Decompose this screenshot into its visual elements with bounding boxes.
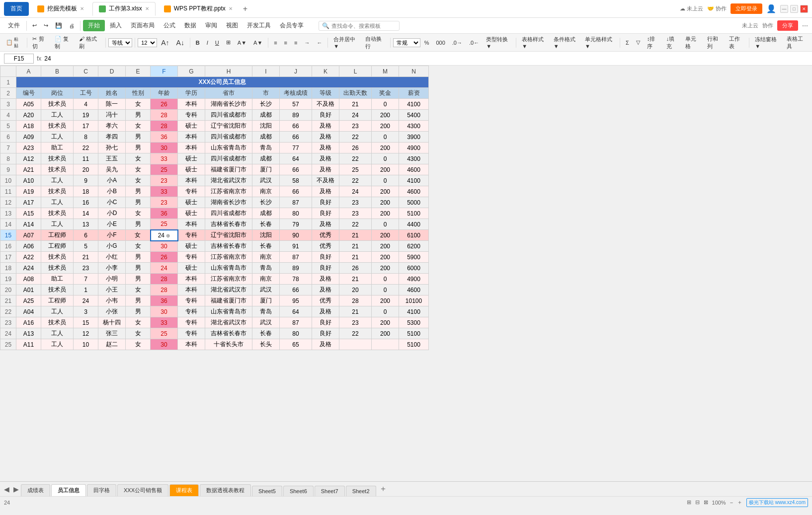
cell-c-22[interactable]: 3 bbox=[74, 306, 98, 317]
cell-n-25[interactable]: 5100 bbox=[399, 339, 429, 350]
freeze-btn[interactable]: 冻结窗格▼ bbox=[752, 35, 782, 50]
cell-g-7[interactable]: 本科 bbox=[178, 143, 205, 153]
cell-g-14[interactable]: 本科 bbox=[178, 219, 205, 230]
cell-e-22[interactable]: 男 bbox=[126, 306, 151, 317]
cell-f-3[interactable]: 26 bbox=[151, 99, 178, 110]
cell-h-22[interactable]: 山东省青岛市 bbox=[205, 306, 252, 317]
cell-a-17[interactable]: A22 bbox=[16, 252, 41, 263]
tab-ppt-close[interactable]: ✕ bbox=[229, 6, 233, 11]
cell-b-25[interactable]: 工人 bbox=[41, 339, 74, 350]
cell-i-19[interactable]: 南京 bbox=[252, 274, 280, 285]
cell-h-24[interactable]: 吉林省长春市 bbox=[205, 328, 252, 339]
cell-n-23[interactable]: 5300 bbox=[399, 317, 429, 328]
cell-g-18[interactable]: 硕士 bbox=[178, 263, 205, 274]
cut-btn[interactable]: ✂ 剪切 bbox=[29, 34, 51, 51]
cell-a-11[interactable]: A19 bbox=[16, 186, 41, 197]
cell-g-4[interactable]: 专科 bbox=[178, 110, 205, 121]
cell-i-25[interactable]: 长头 bbox=[252, 339, 280, 350]
sheet-tab-课程表[interactable]: 课程表 bbox=[169, 484, 199, 496]
cell-e-3[interactable]: 女 bbox=[126, 99, 151, 110]
cell-a-18[interactable]: A24 bbox=[16, 263, 41, 274]
header-m[interactable]: 奖金 bbox=[372, 88, 399, 99]
decimal-more-btn[interactable]: .0→ bbox=[449, 39, 465, 47]
align-right-btn[interactable]: ≡ bbox=[291, 39, 300, 47]
header-a[interactable]: 编号 bbox=[16, 88, 41, 99]
font-select[interactable]: 等线 bbox=[108, 38, 132, 47]
cell-h-13[interactable]: 四川省成都市 bbox=[205, 208, 252, 219]
cell-b-7[interactable]: 助工 bbox=[41, 143, 74, 153]
cell-d-10[interactable]: 小A bbox=[98, 175, 126, 186]
cell-d-14[interactable]: 小E bbox=[98, 219, 126, 230]
cell-j-23[interactable]: 87 bbox=[280, 317, 312, 328]
cell-h-11[interactable]: 江苏省南京市 bbox=[205, 186, 252, 197]
col-c-header[interactable]: C bbox=[74, 66, 98, 77]
cell-e-11[interactable]: 男 bbox=[126, 186, 151, 197]
cell-l-10[interactable]: 22 bbox=[339, 175, 372, 186]
header-k[interactable]: 等级 bbox=[312, 88, 339, 99]
cell-b-15[interactable]: 工程师 bbox=[41, 230, 74, 241]
cell-m-19[interactable]: 0 bbox=[372, 274, 399, 285]
cell-b-18[interactable]: 技术员 bbox=[41, 263, 74, 274]
header-j[interactable]: 考核成绩 bbox=[280, 88, 312, 99]
cell-f-13[interactable]: 36 bbox=[151, 208, 178, 219]
cell-btn[interactable]: 单元格 bbox=[682, 34, 703, 51]
cell-b-19[interactable]: 助工 bbox=[41, 274, 74, 285]
cell-b-20[interactable]: 技术员 bbox=[41, 285, 74, 295]
cell-k-6[interactable]: 及格 bbox=[312, 132, 339, 143]
cell-d-11[interactable]: 小B bbox=[98, 186, 126, 197]
header-h[interactable]: 省市 bbox=[205, 88, 252, 99]
cloud-btn[interactable]: 未上云 bbox=[742, 22, 758, 29]
cell-n-6[interactable]: 3900 bbox=[399, 132, 429, 143]
col-g-header[interactable]: G bbox=[178, 66, 205, 77]
cell-c-24[interactable]: 12 bbox=[74, 328, 98, 339]
cell-b-11[interactable]: 技术员 bbox=[41, 186, 74, 197]
cell-i-4[interactable]: 成都 bbox=[252, 110, 280, 121]
cell-d-20[interactable]: 小王 bbox=[98, 285, 126, 295]
cell-l-3[interactable]: 21 bbox=[339, 99, 372, 110]
cell-i-17[interactable]: 南京 bbox=[252, 252, 280, 263]
cell-k-5[interactable]: 及格 bbox=[312, 121, 339, 132]
cell-n-7[interactable]: 4900 bbox=[399, 143, 429, 153]
cell-j-12[interactable]: 87 bbox=[280, 197, 312, 208]
cell-j-14[interactable]: 79 bbox=[280, 219, 312, 230]
cell-i-7[interactable]: 青岛 bbox=[252, 143, 280, 153]
sheet-tab-Sheet2[interactable]: Sheet2 bbox=[346, 486, 376, 496]
cell-m-9[interactable]: 200 bbox=[372, 164, 399, 175]
font-shrink-btn[interactable]: A↓ bbox=[173, 38, 187, 48]
cell-j-17[interactable]: 87 bbox=[280, 252, 312, 263]
thousands-btn[interactable]: 000 bbox=[433, 39, 448, 47]
cell-i-23[interactable]: 武汉 bbox=[252, 317, 280, 328]
row-col-btn[interactable]: 行和列 bbox=[704, 34, 725, 51]
cell-c-4[interactable]: 19 bbox=[74, 110, 98, 121]
cell-g-6[interactable]: 本科 bbox=[178, 132, 205, 143]
cell-d-15[interactable]: 小F bbox=[98, 230, 126, 241]
header-b[interactable]: 岗位 bbox=[41, 88, 74, 99]
maximize-button[interactable]: □ bbox=[790, 5, 798, 13]
cell-m-11[interactable]: 200 bbox=[372, 186, 399, 197]
table-tool-btn[interactable]: 表格工具 bbox=[784, 34, 810, 51]
cell-j-22[interactable]: 64 bbox=[280, 306, 312, 317]
cell-e-6[interactable]: 男 bbox=[126, 132, 151, 143]
cell-a-13[interactable]: A15 bbox=[16, 208, 41, 219]
cell-g-23[interactable]: 专科 bbox=[178, 317, 205, 328]
cell-m-10[interactable]: 0 bbox=[372, 175, 399, 186]
cell-a-3[interactable]: A05 bbox=[16, 99, 41, 110]
cell-e-5[interactable]: 女 bbox=[126, 121, 151, 132]
cell-f-17[interactable]: 26 bbox=[151, 252, 178, 263]
tab-excel[interactable]: 工作第3.xlsx ✕ bbox=[92, 2, 156, 16]
cell-b-24[interactable]: 工人 bbox=[41, 328, 74, 339]
tab-template-close[interactable]: ✕ bbox=[80, 6, 84, 11]
merge-btn[interactable]: 合并居中▼ bbox=[330, 35, 361, 50]
cell-b-12[interactable]: 工人 bbox=[41, 197, 74, 208]
cell-g-15[interactable]: 专科 bbox=[178, 230, 205, 241]
cell-g-5[interactable]: 硕士 bbox=[178, 121, 205, 132]
header-i[interactable]: 市 bbox=[252, 88, 280, 99]
fill-btn[interactable]: A▼ bbox=[235, 39, 249, 47]
fontcolor-btn[interactable]: A▼ bbox=[250, 39, 265, 47]
cell-l-13[interactable]: 23 bbox=[339, 208, 372, 219]
menu-formula[interactable]: 公式 bbox=[160, 19, 179, 32]
cell-h-4[interactable]: 四川省成都市 bbox=[205, 110, 252, 121]
col-h-header[interactable]: H bbox=[205, 66, 252, 77]
cell-f-16[interactable]: 30 bbox=[151, 241, 178, 252]
redo-button[interactable]: ↪ bbox=[41, 21, 51, 30]
